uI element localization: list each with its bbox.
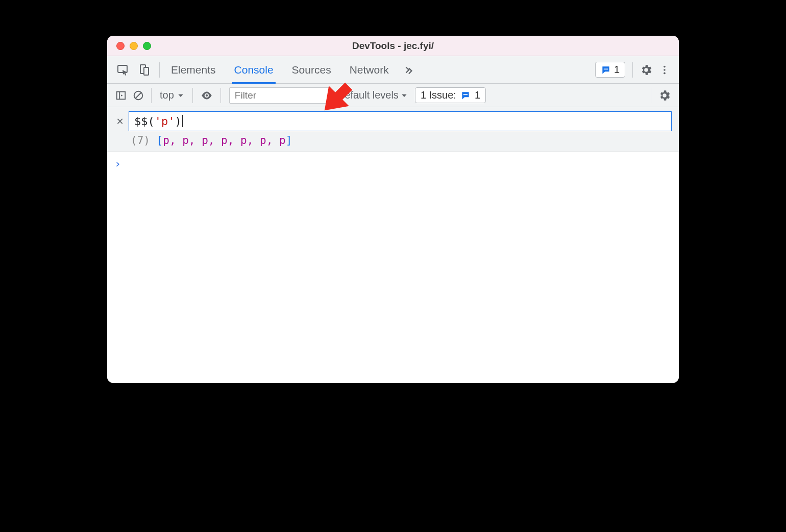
code-token: ) xyxy=(175,115,182,128)
kebab-menu-icon[interactable] xyxy=(655,64,674,76)
tab-label: Console xyxy=(234,64,274,76)
feedback-count: 1 xyxy=(614,64,620,76)
window-title: DevTools - jec.fyi/ xyxy=(107,40,679,52)
svg-rect-2 xyxy=(144,67,149,75)
titlebar: DevTools - jec.fyi/ xyxy=(107,36,679,56)
show-console-sidebar-icon[interactable] xyxy=(112,90,130,101)
more-tabs-icon[interactable] xyxy=(400,61,417,79)
eager-eval-preview[interactable]: (7) [p, p, p, p, p, p, p] xyxy=(129,131,672,147)
svg-point-6 xyxy=(664,72,666,74)
live-expression-row: ✕ $$('p') (7) [p, p, p, p, p, p, p] xyxy=(107,107,679,152)
svg-rect-3 xyxy=(604,68,608,69)
code-token: $$ xyxy=(134,115,148,128)
tab-console[interactable]: Console xyxy=(232,56,276,84)
device-toggle-icon[interactable] xyxy=(136,61,153,79)
console-settings-icon[interactable] xyxy=(655,89,674,102)
issues-label: 1 Issue: xyxy=(421,89,456,101)
divider xyxy=(159,62,160,78)
minimize-window-button[interactable] xyxy=(130,42,138,50)
chevron-down-icon xyxy=(401,92,408,99)
code-token: ( xyxy=(148,115,155,128)
divider xyxy=(651,88,651,103)
tab-sources[interactable]: Sources xyxy=(290,56,333,84)
live-expression-input[interactable]: $$('p') xyxy=(129,111,672,131)
issues-badge[interactable]: 1 Issue: 1 xyxy=(415,87,486,103)
inspect-element-icon[interactable] xyxy=(114,61,132,79)
chat-icon xyxy=(601,65,611,75)
tab-elements[interactable]: Elements xyxy=(169,56,218,84)
svg-point-4 xyxy=(664,65,666,67)
divider xyxy=(220,88,221,103)
devtools-window: DevTools - jec.fyi/ Elements Console Sou… xyxy=(107,36,679,383)
issues-count: 1 xyxy=(475,89,480,101)
bracket: [ xyxy=(157,134,163,147)
live-expression-icon[interactable] xyxy=(197,89,216,102)
array-items: p, p, p, p, p, p, p xyxy=(163,134,285,147)
code-token: 'p' xyxy=(155,115,175,128)
divider xyxy=(192,88,193,103)
console-prompt-chevron-icon: › xyxy=(114,157,672,170)
zoom-window-button[interactable] xyxy=(143,42,151,50)
settings-icon[interactable] xyxy=(637,63,655,77)
svg-rect-11 xyxy=(463,94,468,95)
divider xyxy=(151,88,152,103)
main-tabbar: Elements Console Sources Network 1 xyxy=(107,56,679,84)
context-label: top xyxy=(160,89,174,101)
traffic-lights xyxy=(107,42,151,50)
bracket: ] xyxy=(286,134,292,147)
tab-label: Sources xyxy=(292,64,331,76)
log-levels-select[interactable]: Default levels xyxy=(337,89,408,101)
console-toolbar: top Default levels 1 Issue: 1 xyxy=(107,84,679,107)
clear-console-icon[interactable] xyxy=(130,90,147,101)
close-window-button[interactable] xyxy=(116,42,125,50)
console-output[interactable]: › xyxy=(107,152,679,383)
execution-context-select[interactable]: top xyxy=(156,88,188,102)
divider xyxy=(632,62,633,78)
panel-tabs: Elements Console Sources Network xyxy=(169,56,391,84)
feedback-badge[interactable]: 1 xyxy=(595,62,625,78)
close-icon[interactable]: ✕ xyxy=(114,114,126,127)
filter-input[interactable] xyxy=(229,87,331,104)
tab-network[interactable]: Network xyxy=(348,56,391,84)
chevron-down-icon xyxy=(177,92,184,99)
svg-point-5 xyxy=(664,69,666,71)
chat-icon xyxy=(460,90,471,101)
svg-rect-0 xyxy=(118,65,127,72)
levels-label: Default levels xyxy=(337,89,399,101)
array-length: (7) xyxy=(131,134,150,147)
svg-point-10 xyxy=(206,94,208,96)
tab-label: Network xyxy=(350,64,389,76)
text-cursor xyxy=(182,115,183,127)
tab-label: Elements xyxy=(171,64,216,76)
